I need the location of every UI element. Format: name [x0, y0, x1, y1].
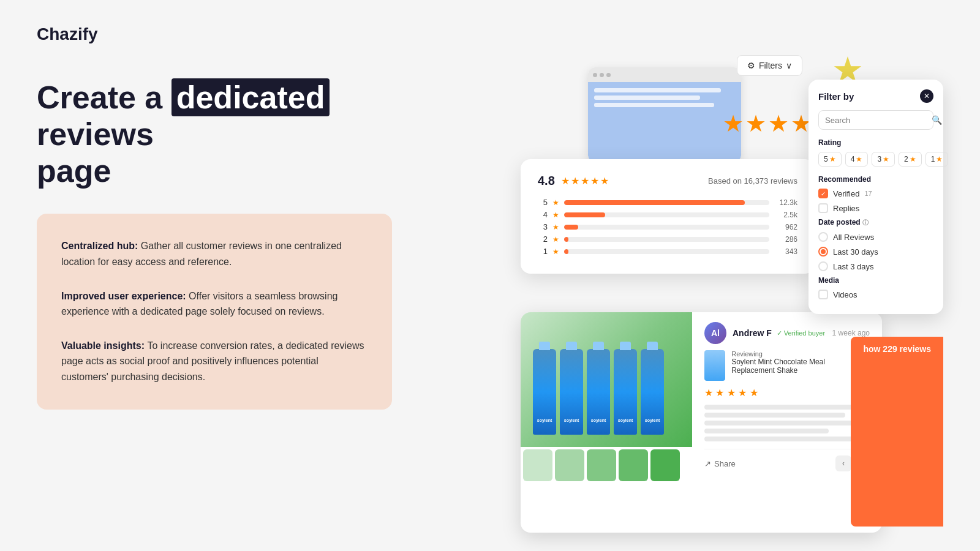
- bar-count-3: 962: [774, 223, 797, 231]
- bottles-illustration: soylent soylent soylent soylent soylent: [521, 312, 692, 447]
- reviewer-name: Andrew F: [733, 328, 772, 338]
- reviewing-label: Reviewing: [731, 350, 870, 358]
- recommended-filter-title: Recommended: [818, 175, 933, 184]
- rating-summary-card: 4.8 ★ ★ ★ ★ ★ Based on 16,373 reviews 5 …: [521, 159, 815, 274]
- share-label: Share: [714, 459, 736, 468]
- bar-row-4: 4 ★ 2.5k: [538, 210, 797, 219]
- rating-btn-2[interactable]: 2★: [899, 152, 922, 167]
- verified-badge: ✓ Verified buyer: [777, 329, 825, 337]
- bar-track-4: [564, 212, 769, 217]
- rating-btn-4[interactable]: 4★: [845, 152, 869, 167]
- share-button[interactable]: ↗ Share: [704, 459, 736, 468]
- bar-label-4: 4: [538, 210, 548, 219]
- feature-item-2: Improved user experience: Offer visitors…: [61, 288, 368, 320]
- score-row: 4.8 ★ ★ ★ ★ ★: [538, 174, 609, 188]
- filters-topbar-button[interactable]: ⚙ Filters ∨: [737, 55, 802, 76]
- bar-fill-4: [564, 212, 605, 217]
- show-reviews-button[interactable]: how 229 reviews: [851, 337, 943, 527]
- review-footer: ↗ Share ‹ ›: [704, 449, 870, 471]
- feature-title-1: Centralized hub:: [61, 241, 138, 251]
- bottle-label-3: soylent: [591, 418, 606, 422]
- last-30-days-radio[interactable]: [818, 247, 828, 257]
- browser-mockup: [588, 67, 741, 162]
- star-4: ★: [590, 175, 599, 187]
- thumb-5[interactable]: [650, 449, 680, 481]
- reviewer-avatar: Al: [704, 322, 726, 344]
- review-line-1: [704, 405, 870, 410]
- verified-count: 17: [864, 190, 872, 197]
- all-reviews-radio[interactable]: [818, 232, 828, 242]
- replies-option[interactable]: Replies: [818, 203, 933, 213]
- overlay-star-1: ★: [723, 110, 744, 137]
- bar-label-3: 3: [538, 222, 548, 231]
- last-3-days-radio[interactable]: [818, 261, 828, 271]
- prev-button[interactable]: ‹: [835, 455, 851, 471]
- last-3-days-option[interactable]: Last 3 days: [818, 261, 933, 271]
- review-line-2: [704, 413, 845, 418]
- verified-checkbox[interactable]: ✓: [818, 189, 828, 198]
- review-star-2: ★: [715, 388, 724, 398]
- review-card: soylent soylent soylent soylent soylent: [521, 312, 882, 533]
- bars-container: 5 ★ 12.3k 4 ★ 2.5k 3 ★: [538, 198, 797, 256]
- filter-search-input[interactable]: [825, 116, 928, 125]
- rating-btn-3[interactable]: 3★: [872, 152, 895, 167]
- bar-track-5: [564, 200, 769, 205]
- logo-text: Chazify: [37, 24, 98, 44]
- headline: Create a dedicated reviewspage: [37, 80, 392, 189]
- bar-fill-2: [564, 237, 568, 242]
- review-line-3: [704, 421, 870, 425]
- bar-track-2: [564, 237, 769, 242]
- bar-fill-1: [564, 249, 568, 254]
- verified-label: Verified: [833, 189, 859, 198]
- verified-text: Verified buyer: [784, 329, 825, 337]
- left-content: Create a dedicated reviewspage Centraliz…: [37, 80, 392, 410]
- bar-track-3: [564, 225, 769, 230]
- last-30-days-option[interactable]: Last 30 days: [818, 247, 933, 257]
- bottle-2: soylent: [560, 349, 583, 435]
- date-info-icon: ⓘ: [862, 219, 869, 226]
- rating-filter-row: 5★ 4★ 3★ 2★ 1★: [818, 152, 933, 167]
- bar-row-2: 2 ★ 286: [538, 234, 797, 244]
- thumb-2[interactable]: [555, 449, 584, 481]
- bar-fill-3: [564, 225, 578, 230]
- bar-star-4: ★: [552, 211, 559, 219]
- replies-checkbox[interactable]: [818, 203, 828, 213]
- filter-panel-title: Filter by: [818, 91, 854, 102]
- close-filter-button[interactable]: ✕: [920, 89, 933, 103]
- bottle-label-1: soylent: [537, 418, 552, 422]
- bottle-4: soylent: [614, 349, 637, 435]
- headline-highlight: dedicated: [172, 78, 330, 116]
- bar-label-2: 2: [538, 234, 548, 244]
- review-line-5: [704, 437, 870, 441]
- headline-suffix: reviewspage: [37, 116, 154, 189]
- reviewer-header: Al Andrew F ✓ Verified buyer 1 week ago: [704, 322, 870, 344]
- browser-body: [588, 82, 741, 162]
- review-star-3: ★: [727, 388, 736, 398]
- product-thumb: [704, 350, 725, 381]
- thumb-4[interactable]: [619, 449, 648, 481]
- videos-option[interactable]: Videos: [818, 290, 933, 299]
- videos-checkbox[interactable]: [818, 290, 828, 299]
- review-stars: ★ ★ ★ ★ ★: [704, 387, 870, 399]
- review-thumbnails: [521, 447, 692, 484]
- bar-track-1: [564, 249, 769, 254]
- review-image-main: soylent soylent soylent soylent soylent: [521, 312, 692, 447]
- filter-search-box[interactable]: 🔍: [818, 110, 933, 130]
- bottle-5: soylent: [641, 349, 664, 435]
- all-reviews-option[interactable]: All Reviews: [818, 232, 933, 242]
- browser-toolbar: [588, 67, 741, 82]
- videos-label: Videos: [833, 290, 858, 299]
- stars-row: ★ ★ ★ ★ ★: [561, 175, 609, 187]
- thumb-1[interactable]: [523, 449, 552, 481]
- rating-btn-5[interactable]: 5★: [818, 152, 842, 167]
- verified-option[interactable]: ✓ Verified 17: [818, 189, 933, 198]
- bar-label-5: 5: [538, 198, 548, 207]
- search-icon: 🔍: [932, 115, 942, 125]
- based-on: Based on 16,373 reviews: [708, 176, 797, 186]
- rating-btn-1[interactable]: 1★: [925, 152, 949, 167]
- bar-count-4: 2.5k: [774, 211, 797, 219]
- bar-row-1: 1 ★ 343: [538, 247, 797, 256]
- rating-filter-title: Rating: [818, 138, 933, 147]
- thumb-3[interactable]: [587, 449, 616, 481]
- review-star-4: ★: [738, 388, 747, 398]
